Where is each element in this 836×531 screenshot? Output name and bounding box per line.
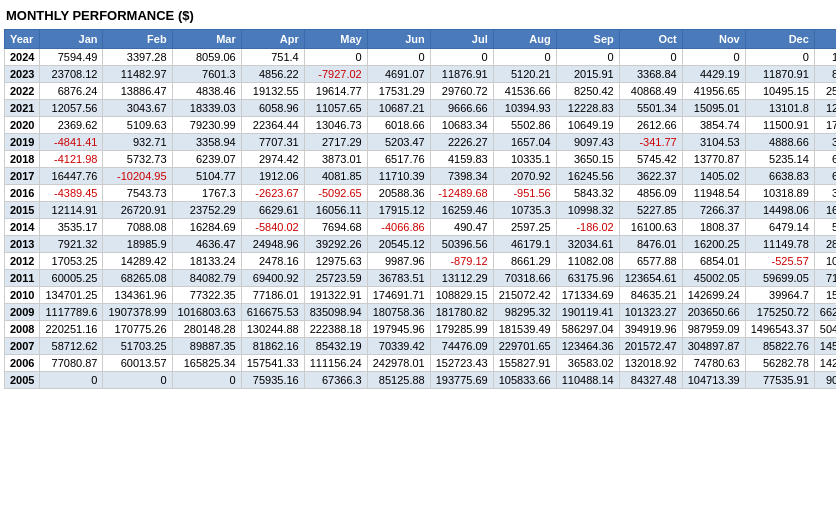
cell-mar: 23752.29 — [172, 202, 241, 219]
cell-jul: 490.47 — [430, 219, 493, 236]
cell-year: 2018 — [5, 151, 40, 168]
cell-jan: 17053.25 — [40, 253, 103, 270]
cell-nov: 4429.19 — [682, 66, 745, 83]
cell-jan: 7594.49 — [40, 49, 103, 66]
cell-may: 3873.01 — [304, 151, 367, 168]
monthly-performance-container: MONTHLY PERFORMANCE ($) YearJanFebMarApr… — [0, 0, 836, 393]
cell-jan: 23708.12 — [40, 66, 103, 83]
cell-jul: -879.12 — [430, 253, 493, 270]
cell-apr: 2478.16 — [241, 253, 304, 270]
cell-year: 2005 — [5, 372, 40, 389]
cell-jan: 0 — [40, 372, 103, 389]
table-row: 201512114.9126720.9123752.296629.6116056… — [5, 202, 837, 219]
cell-feb: 13886.47 — [103, 83, 172, 100]
cell-feb: 1907378.99 — [103, 304, 172, 321]
cell-jan: -4389.45 — [40, 185, 103, 202]
cell-ytd: 905101.59 — [814, 372, 836, 389]
cell-sep: 190119.41 — [556, 304, 619, 321]
table-row: 20202369.625109.6379230.9922364.4413046.… — [5, 117, 837, 134]
cell-mar: 89887.35 — [172, 338, 241, 355]
cell-jan: 3535.17 — [40, 219, 103, 236]
cell-aug: -951.56 — [493, 185, 556, 202]
cell-ytd: 37319.22 — [814, 185, 836, 202]
cell-year: 2007 — [5, 338, 40, 355]
table-row: 2008220251.16170775.26280148.28130244.88… — [5, 321, 837, 338]
cell-sep: -186.02 — [556, 219, 619, 236]
cell-dec: 0 — [745, 49, 814, 66]
cell-feb: -10204.95 — [103, 168, 172, 185]
cell-year: 2021 — [5, 100, 40, 117]
cell-oct: 0 — [619, 49, 682, 66]
col-header-may: May — [304, 30, 367, 49]
col-header-apr: Apr — [241, 30, 304, 49]
cell-mar: 0 — [172, 372, 241, 389]
cell-year: 2023 — [5, 66, 40, 83]
cell-jun: 6018.66 — [367, 117, 430, 134]
cell-aug: 2597.25 — [493, 219, 556, 236]
cell-dec: 10495.15 — [745, 83, 814, 100]
cell-jan: 58712.62 — [40, 338, 103, 355]
cell-dec: -525.57 — [745, 253, 814, 270]
cell-sep: 5843.32 — [556, 185, 619, 202]
table-header-row: YearJanFebMarAprMayJunJulAugSepOctNovDec… — [5, 30, 837, 49]
cell-oct: 6577.88 — [619, 253, 682, 270]
cell-jul: 108829.15 — [430, 287, 493, 304]
col-header-aug: Aug — [493, 30, 556, 49]
cell-aug: 105833.66 — [493, 372, 556, 389]
cell-dec: 11149.78 — [745, 236, 814, 253]
cell-apr: 4856.22 — [241, 66, 304, 83]
cell-mar: 8059.06 — [172, 49, 241, 66]
cell-jul: 11876.91 — [430, 66, 493, 83]
cell-may: 39292.26 — [304, 236, 367, 253]
cell-feb: 0 — [103, 372, 172, 389]
cell-mar: 4636.47 — [172, 236, 241, 253]
cell-apr: 1912.06 — [241, 168, 304, 185]
cell-may: 25723.59 — [304, 270, 367, 287]
cell-nov: 6854.01 — [682, 253, 745, 270]
cell-may: -5092.65 — [304, 185, 367, 202]
cell-apr: -5840.02 — [241, 219, 304, 236]
cell-mar: 5104.77 — [172, 168, 241, 185]
table-row: 20091117789.61907378.991016803.63616675.… — [5, 304, 837, 321]
cell-may: 222388.18 — [304, 321, 367, 338]
cell-mar: 1016803.63 — [172, 304, 241, 321]
cell-nov: 7266.37 — [682, 202, 745, 219]
cell-jan: 12057.56 — [40, 100, 103, 117]
cell-feb: 3043.67 — [103, 100, 172, 117]
cell-jan: 220251.16 — [40, 321, 103, 338]
col-header-jul: Jul — [430, 30, 493, 49]
cell-oct: 201572.47 — [619, 338, 682, 355]
cell-jul: 10683.34 — [430, 117, 493, 134]
cell-jan: 1117789.6 — [40, 304, 103, 321]
cell-jun: 70339.42 — [367, 338, 430, 355]
cell-mar: 16284.69 — [172, 219, 241, 236]
cell-ytd: 106688.23 — [814, 253, 836, 270]
cell-jul: 193775.69 — [430, 372, 493, 389]
cell-feb: 26720.91 — [103, 202, 172, 219]
cell-may: 111156.24 — [304, 355, 367, 372]
col-header-oct: Oct — [619, 30, 682, 49]
cell-nov: 45002.05 — [682, 270, 745, 287]
col-header-nov: Nov — [682, 30, 745, 49]
cell-year: 2017 — [5, 168, 40, 185]
cell-jan: 60005.25 — [40, 270, 103, 287]
cell-dec: 4888.66 — [745, 134, 814, 151]
cell-year: 2009 — [5, 304, 40, 321]
cell-jun: 5203.47 — [367, 134, 430, 151]
col-header-year: Year — [5, 30, 40, 49]
cell-sep: 8250.42 — [556, 83, 619, 100]
cell-nov: 1405.02 — [682, 168, 745, 185]
cell-may: 2717.29 — [304, 134, 367, 151]
cell-ytd: 254747.87 — [814, 83, 836, 100]
table-row: 2016-4389.457543.731767.3-2623.67-5092.6… — [5, 185, 837, 202]
col-header-ytd: YTD — [814, 30, 836, 49]
cell-may: 4081.85 — [304, 168, 367, 185]
cell-jul: 179285.99 — [430, 321, 493, 338]
cell-apr: 7707.31 — [241, 134, 304, 151]
cell-aug: 155827.91 — [493, 355, 556, 372]
cell-jun: 9987.96 — [367, 253, 430, 270]
cell-nov: 15095.01 — [682, 100, 745, 117]
cell-feb: 7543.73 — [103, 185, 172, 202]
cell-feb: 51703.25 — [103, 338, 172, 355]
cell-sep: 16245.56 — [556, 168, 619, 185]
